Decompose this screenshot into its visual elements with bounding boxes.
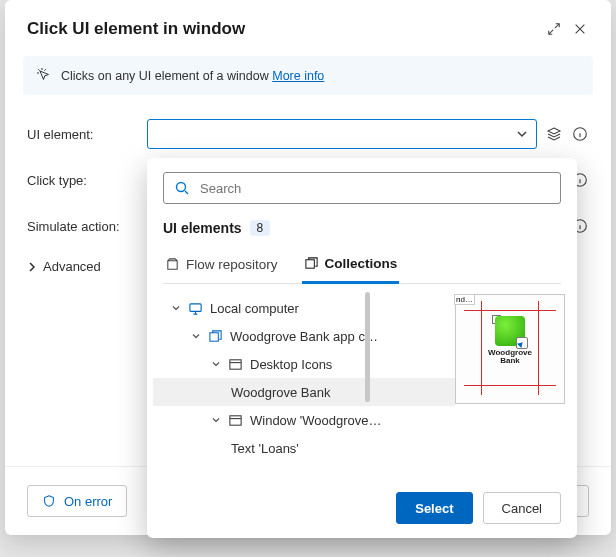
search-icon: [174, 180, 190, 196]
click-type-label: Click type:: [27, 173, 147, 188]
modal-header: Click UI element in window: [5, 0, 611, 56]
more-info-link[interactable]: More info: [272, 69, 324, 83]
globe-icon: [495, 316, 525, 346]
tree-area: Local computer Woodgrove Bank app c… Des…: [147, 284, 577, 478]
chevron-right-icon: [27, 262, 37, 272]
info-banner: Clicks on any UI element of a window Mor…: [23, 56, 593, 95]
on-error-button[interactable]: On error: [27, 485, 127, 517]
shield-icon: [42, 494, 56, 508]
tree-node-window[interactable]: Window 'Woodgrove…: [153, 406, 455, 434]
picker-cancel-button[interactable]: Cancel: [483, 492, 561, 524]
tab-flow-repository[interactable]: Flow repository: [163, 248, 280, 283]
svg-rect-6: [210, 332, 218, 340]
element-tree: Local computer Woodgrove Bank app c… Des…: [153, 294, 455, 478]
tree-node-loans[interactable]: Text 'Loans': [153, 434, 455, 462]
preview-thumb: WoodgroveBank: [486, 316, 534, 382]
counter-badge: 8: [250, 220, 271, 236]
collections-icon: [304, 256, 319, 271]
chevron-down-icon: [211, 359, 221, 369]
tab-collections[interactable]: Collections: [302, 248, 400, 284]
select-button[interactable]: Select: [396, 492, 472, 524]
chevron-down-icon: [516, 128, 528, 140]
tree-node-bank[interactable]: Woodgrove Bank: [153, 378, 455, 406]
picker-tabs: Flow repository Collections: [163, 248, 561, 284]
search-field[interactable]: [163, 172, 561, 204]
modal-title: Click UI element in window: [27, 19, 541, 39]
ui-element-picker: UI elements 8 Flow repository Collection…: [147, 158, 577, 538]
svg-rect-5: [190, 303, 201, 311]
chevron-down-icon: [211, 415, 221, 425]
collection-icon: [208, 329, 223, 344]
resize-icon[interactable]: [541, 16, 567, 42]
monitor-icon: [188, 301, 203, 316]
row-ui-element: UI element:: [27, 111, 589, 157]
chevron-down-icon: [171, 303, 181, 313]
cursor-click-icon: [35, 66, 51, 85]
ui-element-label: UI element:: [27, 127, 147, 142]
picker-footer: Select Cancel: [147, 478, 577, 538]
window-icon: [228, 413, 243, 428]
tree-scrollbar[interactable]: [365, 292, 370, 402]
search-input[interactable]: [200, 181, 550, 196]
counter-label: UI elements: [163, 220, 242, 236]
repository-icon: [165, 257, 180, 272]
advanced-label: Advanced: [43, 259, 101, 274]
tree-node-desktop[interactable]: Desktop Icons: [153, 350, 455, 378]
element-preview: nd… WoodgroveBank: [455, 294, 565, 404]
svg-rect-8: [230, 415, 241, 424]
tree-node-app[interactable]: Woodgrove Bank app c…: [153, 322, 455, 350]
ui-element-select[interactable]: [147, 119, 537, 149]
simulate-label: Simulate action:: [27, 219, 147, 234]
tree-node-local[interactable]: Local computer: [153, 294, 455, 322]
shortcut-arrow-icon: [516, 337, 528, 349]
svg-point-3: [177, 183, 186, 192]
svg-rect-4: [305, 260, 313, 268]
layers-icon[interactable]: [545, 125, 563, 143]
svg-rect-7: [230, 359, 241, 368]
counter-row: UI elements 8: [163, 220, 561, 236]
info-icon[interactable]: [571, 125, 589, 143]
banner-text: Clicks on any UI element of a window Mor…: [61, 69, 324, 83]
close-icon[interactable]: [567, 16, 593, 42]
window-icon: [228, 357, 243, 372]
chevron-down-icon: [191, 331, 201, 341]
